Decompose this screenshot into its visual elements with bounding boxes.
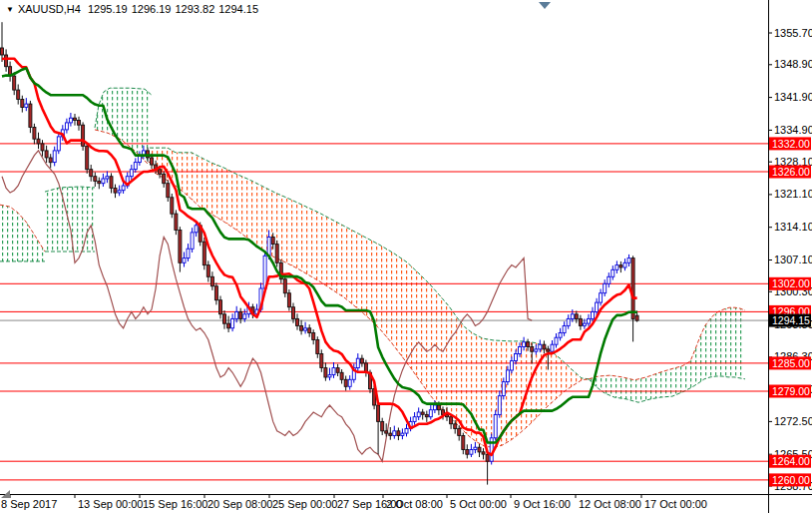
ichimoku-cloud-left-green-1: [0, 205, 45, 261]
candle-body-bull: [243, 314, 246, 319]
candle: [106, 172, 109, 184]
candle-body-bear: [271, 238, 274, 245]
symbol-period-label: XAUUSD,H4: [18, 3, 81, 15]
candle: [171, 194, 174, 218]
candle-body-bear: [340, 372, 343, 379]
candle-body-bull: [611, 269, 614, 276]
candle: [316, 336, 319, 358]
candle: [203, 238, 205, 269]
candle: [563, 321, 566, 336]
candle-body-bear: [486, 454, 489, 461]
candle-body-bear: [275, 245, 278, 263]
candle-body-bull: [571, 314, 574, 319]
candle-body-bear: [179, 231, 182, 263]
candle-body-bear: [381, 421, 384, 430]
candle-body-bear: [33, 128, 36, 140]
candle: [575, 311, 578, 323]
candle-body-bear: [466, 450, 469, 455]
price-axis[interactable]: 1355.701348.901341.901334.901328.101321.…: [768, 27, 812, 492]
candle-body-bull: [118, 191, 121, 193]
time-tick-label: 12 Oct 08:00: [579, 498, 641, 510]
candle: [360, 355, 363, 367]
price-tick-label: 1341.90: [774, 91, 812, 103]
candle-body-bull: [559, 333, 562, 338]
candle-body-bear: [308, 328, 311, 333]
chart-canvas[interactable]: 1355.701348.901341.901334.901328.101321.…: [0, 0, 812, 513]
candle-body-bull: [623, 262, 626, 267]
candle-body-bear: [344, 379, 347, 386]
candle: [588, 314, 591, 327]
candle-body-bull: [498, 396, 501, 415]
candle: [53, 147, 56, 167]
candle: [126, 173, 129, 189]
candle-body-bear: [389, 433, 392, 435]
candle: [555, 333, 558, 348]
time-tick-label: 15 Sep 16:00: [143, 498, 207, 510]
candle: [114, 185, 117, 199]
candle: [17, 85, 20, 105]
candle-body-bull: [567, 318, 570, 325]
candle-body-bull: [592, 311, 595, 318]
price-level-badge-1332.00: 1332.00: [769, 137, 811, 150]
candle: [65, 119, 68, 134]
candle-body-bull: [615, 265, 618, 270]
candle-body-bear: [110, 177, 113, 189]
time-tick-label: 13 Sep 00:00: [78, 498, 143, 510]
candle: [86, 143, 89, 174]
candle: [466, 444, 469, 458]
chart-info-bar: ▼XAUUSD,H4 1295.191296.191293.821294.15: [6, 3, 262, 15]
candle-body-bear: [531, 347, 534, 352]
candle-body-bull: [405, 428, 408, 433]
candle: [239, 308, 242, 323]
candle: [304, 322, 307, 334]
candle: [348, 375, 351, 390]
candle-body-bear: [214, 286, 217, 300]
candle-body-bear: [377, 405, 380, 421]
candle: [397, 428, 400, 441]
candle-body-bear: [82, 125, 85, 146]
candle-body-bear: [462, 436, 465, 450]
price-tick-label: 1307.10: [774, 254, 812, 265]
ohlc-high-value: 1296.19: [132, 3, 172, 15]
candle: [300, 320, 303, 335]
time-tick-label: 25 Sep 00:00: [272, 498, 337, 510]
candle-body-bear: [635, 315, 638, 320]
candle: [187, 244, 190, 261]
candle-body-bull: [130, 170, 133, 177]
candle: [33, 124, 36, 145]
candle: [332, 362, 335, 378]
candle-body-bear: [78, 121, 81, 126]
candle-body-bull: [563, 326, 566, 333]
candle: [94, 173, 97, 188]
candle: [37, 133, 40, 149]
candle-body-bear: [219, 300, 222, 314]
symbol-dropdown-icon[interactable]: ▼: [6, 5, 14, 14]
candle-body-bear: [74, 118, 77, 120]
candle: [470, 444, 473, 457]
candle: [279, 259, 282, 283]
candle-body-bear: [5, 55, 8, 67]
candle-body-bear: [49, 158, 52, 163]
candle-body-bear: [98, 181, 101, 183]
time-axis[interactable]: 8 Sep 201713 Sep 00:0015 Sep 16:0020 Sep…: [1, 494, 707, 510]
candle: [324, 362, 327, 380]
candle-body-bear: [631, 258, 634, 319]
current-price-badge-text: 1294.15: [772, 314, 810, 326]
candle-body-bear: [458, 428, 461, 435]
price-tick-label: 1355.70: [774, 27, 812, 39]
candle: [214, 282, 217, 304]
candle: [41, 140, 44, 156]
candle: [600, 289, 603, 306]
candle: [82, 122, 85, 150]
candle: [405, 424, 408, 437]
candle-body-bear: [239, 311, 242, 318]
candle-body-bull: [494, 414, 497, 437]
candle: [482, 448, 485, 459]
price-level-badge-1279.00: 1279.00: [769, 385, 811, 398]
candle-body-bear: [336, 368, 339, 373]
candle: [490, 434, 493, 465]
candle: [623, 258, 626, 270]
price-tick-label: 1348.90: [774, 58, 812, 70]
candle: [336, 364, 339, 376]
candle: [110, 173, 113, 193]
